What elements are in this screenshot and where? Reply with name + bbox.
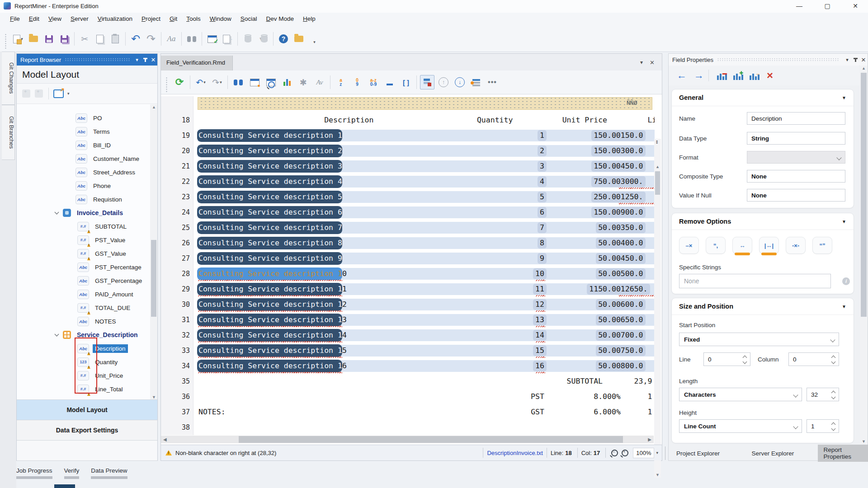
document-tab[interactable]: Field_Verification.Rmd bbox=[161, 56, 233, 70]
save-button[interactable] bbox=[42, 32, 56, 46]
start-position-select[interactable]: Fixed bbox=[679, 333, 839, 346]
report-line[interactable]: PST 8.000% 1 bbox=[193, 389, 655, 404]
tree-item-invoice_details[interactable]: Invoice_Details bbox=[17, 206, 150, 220]
save-all-button[interactable] bbox=[57, 32, 71, 46]
tree-item-service_description[interactable]: Service_Description bbox=[17, 328, 150, 342]
menu-item-git[interactable]: Git bbox=[165, 13, 182, 25]
menu-item-edit[interactable]: Edit bbox=[24, 13, 44, 25]
edit-lines-icon[interactable]: ‥ bbox=[749, 71, 760, 80]
help-button[interactable]: ? bbox=[277, 32, 290, 46]
splitter-handle-icon[interactable]: ⇕ bbox=[655, 140, 659, 145]
field-properties-header[interactable]: Field Properties ▾ ✕ bbox=[669, 54, 868, 66]
general-section-header[interactable]: General▼ bbox=[672, 89, 854, 106]
open-project-button[interactable] bbox=[292, 32, 306, 46]
move-down-button[interactable]: ↓ bbox=[453, 75, 467, 89]
remove-line-icon[interactable]: ▬ bbox=[716, 71, 727, 80]
menu-item-server[interactable]: Server bbox=[66, 13, 93, 25]
panel-close-icon[interactable]: ✕ bbox=[149, 56, 157, 63]
close-button[interactable]: ✕ bbox=[843, 0, 868, 13]
delete-field-icon[interactable]: × bbox=[767, 70, 773, 81]
tree-item-street_address[interactable]: AbcStreet_Address bbox=[17, 165, 150, 179]
height-unit-select[interactable]: Line Count bbox=[679, 419, 802, 433]
undo-button[interactable]: ↶ bbox=[129, 32, 142, 46]
menu-item-view[interactable]: View bbox=[44, 13, 66, 25]
sort-alnum-button[interactable]: a-z0-9 bbox=[366, 75, 381, 89]
report-data-row[interactable]: Consulting Service description 10 10 50.… bbox=[193, 266, 655, 282]
data-type-select[interactable]: String bbox=[747, 132, 845, 145]
import-button[interactable]: ▼ bbox=[256, 32, 270, 46]
sort-alpha-button[interactable]: az bbox=[334, 75, 348, 89]
report-data-row[interactable]: Consulting Service description 13 13 50.… bbox=[193, 312, 655, 328]
report-data-row[interactable]: Consulting Service description 7 7 50.00… bbox=[193, 220, 655, 235]
report-line[interactable]: NOTES: GST 6.000% 1 bbox=[193, 404, 655, 420]
tree-item-phone[interactable]: AbcPhone bbox=[17, 179, 150, 192]
height-stepper[interactable]: 1 bbox=[807, 419, 839, 433]
pattern-line-button[interactable] bbox=[382, 75, 397, 89]
menu-item-social[interactable]: Social bbox=[236, 13, 262, 25]
horizontal-scrollbar[interactable]: ◀ ▶ bbox=[161, 436, 654, 443]
merge-rows-button[interactable] bbox=[469, 75, 483, 89]
tree-item-gst_value[interactable]: #.#▲GST_Value bbox=[17, 247, 150, 260]
refresh-button[interactable]: ⟳ bbox=[172, 75, 187, 89]
panel-menu-chevron-icon[interactable]: ▾ bbox=[843, 57, 851, 63]
length-stepper[interactable]: 32 bbox=[807, 388, 839, 401]
pin-icon[interactable] bbox=[141, 57, 149, 62]
tree-item-quantity[interactable]: 123▲Quantity bbox=[17, 355, 150, 369]
tree-item-gst_percentage[interactable]: AbcGST_Percentage bbox=[17, 274, 150, 287]
pin-icon[interactable] bbox=[851, 57, 859, 62]
specific-strings-input[interactable]: None bbox=[679, 274, 831, 288]
column-stepper[interactable]: 0 bbox=[788, 352, 839, 366]
tree-item-subtotal[interactable]: #.#▲SUBTOTAL bbox=[17, 220, 150, 233]
next-field-arrow-icon[interactable]: → bbox=[694, 70, 704, 80]
report-data-row[interactable]: Consulting Service description 8 8 50.00… bbox=[193, 235, 655, 251]
report-data-row[interactable]: Consulting Service description 12 12 50.… bbox=[193, 297, 655, 312]
menu-item-window[interactable]: Window bbox=[205, 13, 236, 25]
new-report-button[interactable]: ▾ bbox=[11, 32, 25, 46]
git-changes-tab[interactable]: Git Changes bbox=[2, 52, 15, 105]
font-verify-button[interactable]: Av bbox=[312, 75, 327, 89]
add-table-icon[interactable] bbox=[35, 89, 43, 98]
tree-item-paid_amount[interactable]: AbcPAID_Amount bbox=[17, 287, 150, 301]
menu-item-dev-mode[interactable]: Dev Mode bbox=[262, 13, 299, 25]
copy-button[interactable] bbox=[93, 32, 107, 46]
more-button[interactable]: ••• bbox=[485, 75, 500, 89]
zoom-level[interactable]: 100% bbox=[633, 448, 654, 458]
zoom-out-icon[interactable]: − bbox=[611, 450, 618, 456]
tree-item-po[interactable]: AbcPO bbox=[17, 111, 150, 125]
tree-item-unit_price[interactable]: #.#Unit_Price bbox=[17, 369, 150, 382]
chevron-down-icon[interactable] bbox=[55, 211, 59, 215]
tree-item-pst_value[interactable]: #.#▲PST_Value bbox=[17, 233, 150, 247]
tree-item-requistion[interactable]: AbcRequistion bbox=[17, 192, 150, 206]
report-data-row[interactable]: Consulting Service description 3 3 150.0… bbox=[193, 159, 655, 174]
statistics-button[interactable] bbox=[280, 75, 294, 89]
line-stepper[interactable]: 0 bbox=[703, 352, 750, 366]
git-branches-tab[interactable]: Git Branches bbox=[2, 105, 15, 160]
tab-server-explorer[interactable]: Server Explorer bbox=[746, 445, 799, 462]
tab-project-explorer[interactable]: Project Explorer bbox=[671, 445, 725, 462]
tree-item-pst_percentage[interactable]: AbcPST_Percentage bbox=[17, 260, 150, 274]
tab-data-preview[interactable]: Data Preview bbox=[91, 465, 127, 488]
panel-menu-chevron-icon[interactable]: ▾ bbox=[133, 57, 141, 63]
properties-scrollbar[interactable]: ▲ ▼ bbox=[860, 66, 868, 444]
report-browser-header[interactable]: Report Browser ▾ ✕ bbox=[17, 54, 157, 66]
chevron-down-icon[interactable] bbox=[55, 333, 59, 337]
font-button[interactable]: Aa bbox=[165, 32, 178, 46]
remove-inner-x-button[interactable]: -×- bbox=[786, 237, 806, 254]
report-data-row[interactable]: Consulting Service description 5 5 250.0… bbox=[193, 189, 655, 205]
remove-quotes-button[interactable]: “” bbox=[812, 237, 832, 254]
remove-quote-comma-button[interactable]: “, bbox=[706, 237, 726, 254]
toolbar-overflow-button[interactable]: ▾ bbox=[307, 35, 321, 49]
document-well-chevron-icon[interactable]: ▾ bbox=[640, 59, 643, 66]
report-data-row[interactable]: Consulting Service description 6 6 150.0… bbox=[193, 205, 655, 220]
size-position-header[interactable]: Size and Position▼ bbox=[672, 298, 854, 315]
value-if-null-select[interactable]: None bbox=[747, 189, 845, 202]
nav-data-export-settings[interactable]: Data Export Settings bbox=[17, 420, 157, 441]
menu-item-file[interactable]: File bbox=[5, 13, 24, 25]
find-button[interactable] bbox=[185, 32, 198, 46]
report-data-row[interactable]: Consulting Service description 4 4 750.0… bbox=[193, 174, 655, 189]
cut-button[interactable]: ✂ bbox=[78, 32, 91, 46]
remove-options-header[interactable]: Remove Options▼ bbox=[672, 213, 854, 230]
verify-button[interactable]: ✓ bbox=[205, 32, 219, 46]
menu-item-project[interactable]: Project bbox=[137, 13, 165, 25]
vertical-scrollbar[interactable]: ⇕ ▲ ▼ bbox=[654, 139, 661, 478]
